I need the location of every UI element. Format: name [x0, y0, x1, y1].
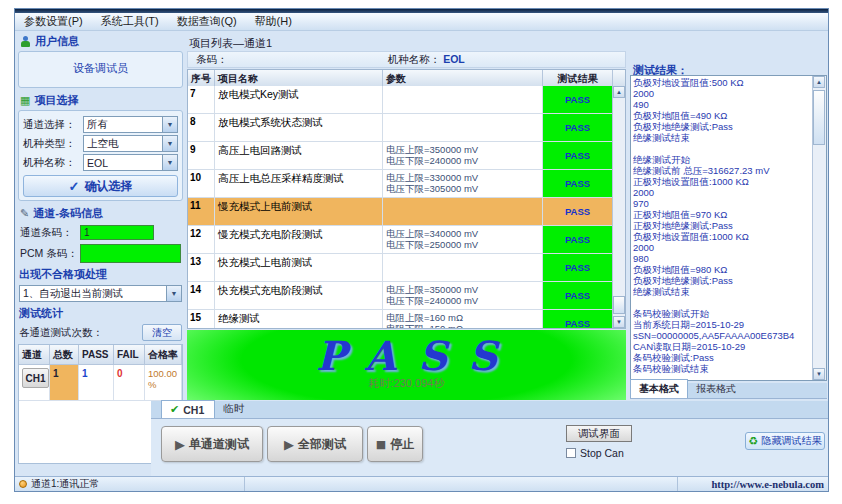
- sidebar: 用户信息 设备调试员 ▦ 项目选择 通道选择： 所有 ▼ 机种类型： 上空电 ▼: [17, 32, 184, 464]
- status-url-text: http://www.e-nebula.com: [678, 477, 828, 491]
- row-param: 电压上限=340000 mV 电压下限=250000 mV: [383, 226, 543, 253]
- menu-item-system-tools[interactable]: 系统工具(T): [92, 12, 168, 31]
- chevron-down-icon[interactable]: ▼: [162, 155, 177, 170]
- confirm-select-button[interactable]: ✓ 确认选择: [23, 175, 178, 197]
- user-info-title: 用户信息: [35, 34, 79, 49]
- stats-total-cell: 1: [50, 365, 79, 401]
- play-icon: ▶: [284, 437, 294, 452]
- stop-button[interactable]: ■ 停止: [367, 426, 423, 462]
- menu-item-data-query[interactable]: 数据查询(Q): [168, 12, 246, 31]
- user-role-label: 设备调试员: [23, 55, 178, 84]
- log-scrollbar[interactable]: ▲ ▼: [812, 76, 826, 380]
- header-result: 测试结果: [543, 70, 613, 86]
- pass-banner: PASS 耗时:230.094秒: [187, 330, 626, 400]
- hide-results-button[interactable]: ♻ 隐藏调试结果: [745, 432, 825, 450]
- barcode-info-title: 通道-条码信息: [33, 206, 103, 221]
- header-name: 项目名称: [215, 70, 383, 86]
- project-select-header: ▦ 项目选择: [17, 91, 184, 110]
- check-icon: ✓: [69, 179, 80, 194]
- test-item-table: 序号 项目名称 参数 测试结果 7 放电模式Key测试 PASS 8 放电模式系…: [187, 69, 626, 329]
- table-row[interactable]: 14 快充模式充电阶段测试 电压上限=350000 mV 电压下限=240000…: [188, 282, 625, 310]
- stats-row[interactable]: CH1 1 1 0 100.00 %: [19, 365, 182, 401]
- channel-barcode-input[interactable]: 1: [80, 225, 154, 240]
- check-icon: ✔: [170, 403, 179, 416]
- result-format-tabs: 基本格式 报表格式: [630, 383, 827, 399]
- scrollbar-thumb[interactable]: [613, 296, 625, 314]
- stats-header-fail: FAIL: [114, 345, 145, 365]
- tab-temp-label: 临时: [223, 402, 244, 416]
- table-row[interactable]: 8 放电模式系统状态测试 PASS: [188, 114, 625, 142]
- table-row[interactable]: 15 绝缘测试 电阻上限=160 mΩ 电阻下限=150 mΩ PASS: [188, 310, 625, 329]
- row-name: 高压上电总压采样精度测试: [215, 170, 383, 197]
- row-no: 14: [188, 282, 215, 309]
- table-row-selected[interactable]: 11 慢充模式上电前测试 PASS: [188, 198, 625, 226]
- model-type-value: 上空电: [84, 137, 162, 151]
- user-info-box: 设备调试员: [18, 51, 183, 88]
- table-header-row: 序号 项目名称 参数 测试结果: [188, 70, 625, 86]
- row-result: PASS: [543, 198, 613, 225]
- stats-header-channel: 通道: [19, 345, 50, 365]
- table-row[interactable]: 7 放电模式Key测试 PASS: [188, 86, 625, 114]
- menu-item-help[interactable]: 帮助(H): [246, 12, 301, 31]
- row-name: 慢充模式上电前测试: [215, 198, 383, 225]
- table-row[interactable]: 10 高压上电总压采样精度测试 电压上限=330000 mV 电压下限=3050…: [188, 170, 625, 198]
- scroll-down-icon[interactable]: ▼: [813, 368, 825, 380]
- row-result: PASS: [543, 114, 613, 141]
- table-row[interactable]: 13 快充模式上电前测试 PASS: [188, 254, 625, 282]
- row-no: 7: [188, 86, 215, 113]
- row-no: 8: [188, 114, 215, 141]
- tab-basic-format[interactable]: 基本格式: [630, 379, 688, 398]
- model-name-text: EOL: [443, 53, 465, 67]
- stats-pass-cell: 1: [79, 365, 114, 401]
- fail-handling-dropdown[interactable]: 1、自动退出当前测试 ▼: [19, 285, 182, 302]
- clear-button[interactable]: 清空: [142, 324, 182, 341]
- stats-rate-cell: 100.00 %: [145, 365, 182, 401]
- test-result-log-box[interactable]: 负极对地设置阻值:500 KΩ 2000 490 负极对地阻值=490 KΩ 负…: [630, 75, 827, 381]
- row-name: 放电模式系统状态测试: [215, 114, 383, 141]
- stop-can-label: Stop Can: [580, 447, 624, 459]
- test-stats-title: 测试统计: [17, 304, 184, 322]
- row-param: 电压上限=350000 mV 电压下限=240000 mV: [383, 142, 543, 169]
- row-name: 高压上电回路测试: [215, 142, 383, 169]
- model-name-caption: 机种名称：: [388, 53, 441, 67]
- model-type-dropdown[interactable]: 上空电 ▼: [83, 135, 178, 152]
- tab-ch1[interactable]: ✔ CH1: [161, 400, 215, 418]
- tab-ch1-label: CH1: [183, 404, 204, 416]
- debug-panel-button[interactable]: 调试界面: [566, 425, 632, 442]
- project-list-title: 项目列表—通道1: [189, 36, 272, 51]
- scroll-up-icon[interactable]: ▲: [613, 86, 625, 98]
- chevron-down-icon[interactable]: ▼: [162, 117, 177, 132]
- scroll-down-icon[interactable]: ▼: [613, 316, 625, 328]
- chevron-down-icon[interactable]: ▼: [166, 286, 181, 301]
- table-row[interactable]: 12 慢充模式充电阶段测试 电压上限=340000 mV 电压下限=250000…: [188, 226, 625, 254]
- table-scrollbar[interactable]: ▲ ▼: [612, 86, 625, 328]
- all-test-label: 全部测试: [298, 436, 346, 453]
- tab-temp[interactable]: 临时: [215, 400, 254, 418]
- channel-select-dropdown[interactable]: 所有 ▼: [83, 116, 178, 133]
- grid-icon: ▦: [20, 94, 30, 107]
- project-select-box: 通道选择： 所有 ▼ 机种类型： 上空电 ▼ 机种名称： EOL ▼: [18, 110, 183, 201]
- stop-can-checkbox-row[interactable]: Stop Can: [566, 447, 624, 459]
- user-info-header: 用户信息: [17, 32, 184, 51]
- channel-select-label: 通道选择：: [23, 118, 83, 132]
- scrollbar-thumb[interactable]: [813, 90, 825, 145]
- stats-channel-cell[interactable]: CH1: [22, 368, 49, 388]
- channel-status-text: 通道1:通讯正常: [31, 477, 99, 491]
- chevron-down-icon[interactable]: ▼: [162, 136, 177, 151]
- table-row[interactable]: 9 高压上电回路测试 电压上限=350000 mV 电压下限=240000 mV…: [188, 142, 625, 170]
- pcm-barcode-input[interactable]: [80, 244, 181, 263]
- row-name: 绝缘测试: [215, 310, 383, 329]
- scroll-up-icon[interactable]: ▲: [813, 76, 825, 88]
- menu-item-param-settings[interactable]: 参数设置(P): [15, 12, 92, 31]
- tab-report-format[interactable]: 报表格式: [688, 380, 744, 398]
- row-no: 10: [188, 170, 215, 197]
- stop-can-checkbox[interactable]: [566, 448, 576, 458]
- barcode-label: 条码：: [188, 53, 228, 67]
- row-param: [383, 114, 543, 141]
- row-name: 放电模式Key测试: [215, 86, 383, 113]
- all-test-button[interactable]: ▶ 全部测试: [267, 426, 363, 462]
- status-bar-spacer: [245, 477, 678, 491]
- model-name-dropdown[interactable]: EOL ▼: [83, 154, 178, 171]
- single-channel-test-button[interactable]: ▶ 单通道测试: [161, 426, 263, 462]
- pass-banner-text: PASS: [187, 334, 626, 378]
